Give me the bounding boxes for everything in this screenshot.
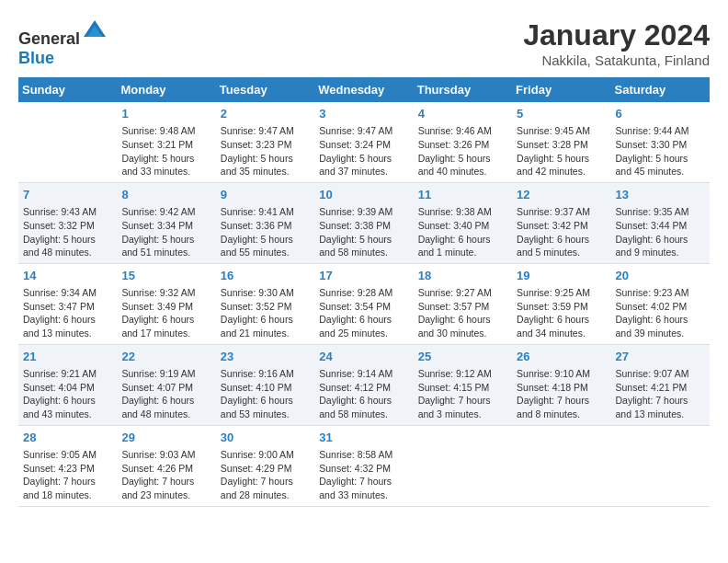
calendar-cell: 20Sunrise: 9:23 AMSunset: 4:02 PMDayligh…: [611, 263, 710, 344]
day-number: 5: [517, 106, 606, 122]
day-number: 11: [418, 187, 507, 203]
day-number: 21: [23, 349, 112, 365]
calendar-cell: 22Sunrise: 9:19 AMSunset: 4:07 PMDayligh…: [117, 344, 215, 425]
calendar-cell: 4Sunrise: 9:46 AMSunset: 3:26 PMDaylight…: [414, 102, 512, 182]
day-info: Sunrise: 9:44 AMSunset: 3:30 PMDaylight:…: [616, 124, 705, 178]
calendar-cell: [18, 102, 117, 182]
day-number: 22: [121, 349, 210, 365]
calendar-cell: 27Sunrise: 9:07 AMSunset: 4:21 PMDayligh…: [611, 344, 710, 425]
day-number: 28: [23, 430, 112, 446]
calendar-cell: 14Sunrise: 9:34 AMSunset: 3:47 PMDayligh…: [18, 263, 117, 344]
day-number: 2: [221, 106, 310, 122]
day-info: Sunrise: 9:30 AMSunset: 3:52 PMDaylight:…: [221, 286, 310, 340]
day-number: 13: [616, 187, 705, 203]
col-header-monday: Monday: [117, 77, 215, 102]
day-number: 24: [319, 349, 408, 365]
calendar-cell: 7Sunrise: 9:43 AMSunset: 3:32 PMDaylight…: [18, 182, 117, 263]
day-info: Sunrise: 9:43 AMSunset: 3:32 PMDaylight:…: [23, 205, 112, 259]
col-header-friday: Friday: [512, 77, 610, 102]
calendar-cell: 11Sunrise: 9:38 AMSunset: 3:40 PMDayligh…: [414, 182, 512, 263]
day-info: Sunrise: 9:37 AMSunset: 3:42 PMDaylight:…: [517, 205, 606, 259]
calendar-cell: 24Sunrise: 9:14 AMSunset: 4:12 PMDayligh…: [314, 344, 413, 425]
day-number: 30: [221, 430, 310, 446]
day-info: Sunrise: 9:34 AMSunset: 3:47 PMDaylight:…: [23, 286, 112, 340]
calendar-cell: 23Sunrise: 9:16 AMSunset: 4:10 PMDayligh…: [216, 344, 314, 425]
calendar-cell: 13Sunrise: 9:35 AMSunset: 3:44 PMDayligh…: [611, 182, 710, 263]
day-number: 20: [616, 268, 705, 284]
week-row-1: 7Sunrise: 9:43 AMSunset: 3:32 PMDaylight…: [18, 182, 710, 263]
subtitle: Nakkila, Satakunta, Finland: [523, 52, 710, 68]
logo-icon: [82, 18, 108, 44]
col-header-wednesday: Wednesday: [314, 77, 413, 102]
day-number: 18: [418, 268, 507, 284]
day-info: Sunrise: 9:47 AMSunset: 3:23 PMDaylight:…: [221, 124, 310, 178]
day-info: Sunrise: 9:19 AMSunset: 4:07 PMDaylight:…: [121, 367, 210, 421]
col-header-saturday: Saturday: [611, 77, 710, 102]
day-info: Sunrise: 9:39 AMSunset: 3:38 PMDaylight:…: [319, 205, 408, 259]
calendar-cell: 15Sunrise: 9:32 AMSunset: 3:49 PMDayligh…: [117, 263, 215, 344]
calendar-cell: 3Sunrise: 9:47 AMSunset: 3:24 PMDaylight…: [314, 102, 413, 182]
week-row-0: 1Sunrise: 9:48 AMSunset: 3:21 PMDaylight…: [18, 102, 710, 182]
day-number: 1: [121, 106, 210, 122]
title-block: January 2024 Nakkila, Satakunta, Finland: [523, 18, 710, 68]
calendar-cell: 17Sunrise: 9:28 AMSunset: 3:54 PMDayligh…: [314, 263, 413, 344]
day-info: Sunrise: 9:03 AMSunset: 4:26 PMDaylight:…: [121, 448, 210, 502]
calendar-cell: 10Sunrise: 9:39 AMSunset: 3:38 PMDayligh…: [314, 182, 413, 263]
calendar-cell: 12Sunrise: 9:37 AMSunset: 3:42 PMDayligh…: [512, 182, 610, 263]
calendar-table: SundayMondayTuesdayWednesdayThursdayFrid…: [18, 77, 710, 507]
calendar-cell: [512, 425, 610, 506]
col-header-thursday: Thursday: [414, 77, 512, 102]
calendar-cell: 26Sunrise: 9:10 AMSunset: 4:18 PMDayligh…: [512, 344, 610, 425]
day-info: Sunrise: 9:48 AMSunset: 3:21 PMDaylight:…: [121, 124, 210, 178]
day-info: Sunrise: 9:12 AMSunset: 4:15 PMDaylight:…: [418, 367, 507, 421]
header-row: SundayMondayTuesdayWednesdayThursdayFrid…: [18, 77, 710, 102]
calendar-cell: 16Sunrise: 9:30 AMSunset: 3:52 PMDayligh…: [216, 263, 314, 344]
day-number: 14: [23, 268, 112, 284]
day-info: Sunrise: 9:10 AMSunset: 4:18 PMDaylight:…: [517, 367, 606, 421]
calendar-cell: 28Sunrise: 9:05 AMSunset: 4:23 PMDayligh…: [18, 425, 117, 506]
calendar-cell: 30Sunrise: 9:00 AMSunset: 4:29 PMDayligh…: [216, 425, 314, 506]
day-info: Sunrise: 8:58 AMSunset: 4:32 PMDaylight:…: [319, 448, 408, 502]
main-title: January 2024: [523, 18, 710, 52]
day-number: 27: [616, 349, 705, 365]
day-info: Sunrise: 9:05 AMSunset: 4:23 PMDaylight:…: [23, 448, 112, 502]
day-number: 26: [517, 349, 606, 365]
day-number: 23: [221, 349, 310, 365]
day-info: Sunrise: 9:45 AMSunset: 3:28 PMDaylight:…: [517, 124, 606, 178]
day-number: 16: [221, 268, 310, 284]
day-info: Sunrise: 9:27 AMSunset: 3:57 PMDaylight:…: [418, 286, 507, 340]
calendar-cell: 1Sunrise: 9:48 AMSunset: 3:21 PMDaylight…: [117, 102, 215, 182]
week-row-2: 14Sunrise: 9:34 AMSunset: 3:47 PMDayligh…: [18, 263, 710, 344]
calendar-cell: 21Sunrise: 9:21 AMSunset: 4:04 PMDayligh…: [18, 344, 117, 425]
calendar-cell: 6Sunrise: 9:44 AMSunset: 3:30 PMDaylight…: [611, 102, 710, 182]
day-number: 19: [517, 268, 606, 284]
day-number: 6: [616, 106, 705, 122]
day-number: 8: [121, 187, 210, 203]
day-info: Sunrise: 9:42 AMSunset: 3:34 PMDaylight:…: [121, 205, 210, 259]
day-number: 31: [319, 430, 408, 446]
logo-text: General Blue: [18, 18, 108, 68]
calendar-cell: 18Sunrise: 9:27 AMSunset: 3:57 PMDayligh…: [414, 263, 512, 344]
day-info: Sunrise: 9:23 AMSunset: 4:02 PMDaylight:…: [616, 286, 705, 340]
day-info: Sunrise: 9:35 AMSunset: 3:44 PMDaylight:…: [616, 205, 705, 259]
day-info: Sunrise: 9:16 AMSunset: 4:10 PMDaylight:…: [221, 367, 310, 421]
calendar-cell: 25Sunrise: 9:12 AMSunset: 4:15 PMDayligh…: [414, 344, 512, 425]
col-header-tuesday: Tuesday: [216, 77, 314, 102]
calendar-cell: 29Sunrise: 9:03 AMSunset: 4:26 PMDayligh…: [117, 425, 215, 506]
day-info: Sunrise: 9:41 AMSunset: 3:36 PMDaylight:…: [221, 205, 310, 259]
day-number: 17: [319, 268, 408, 284]
calendar-cell: 19Sunrise: 9:25 AMSunset: 3:59 PMDayligh…: [512, 263, 610, 344]
day-info: Sunrise: 9:14 AMSunset: 4:12 PMDaylight:…: [319, 367, 408, 421]
day-info: Sunrise: 9:21 AMSunset: 4:04 PMDaylight:…: [23, 367, 112, 421]
day-number: 12: [517, 187, 606, 203]
day-info: Sunrise: 9:32 AMSunset: 3:49 PMDaylight:…: [121, 286, 210, 340]
logo-general: General: [18, 29, 80, 48]
week-row-3: 21Sunrise: 9:21 AMSunset: 4:04 PMDayligh…: [18, 344, 710, 425]
week-row-4: 28Sunrise: 9:05 AMSunset: 4:23 PMDayligh…: [18, 425, 710, 506]
logo: General Blue: [18, 18, 108, 68]
calendar-cell: 5Sunrise: 9:45 AMSunset: 3:28 PMDaylight…: [512, 102, 610, 182]
day-number: 15: [121, 268, 210, 284]
day-info: Sunrise: 9:38 AMSunset: 3:40 PMDaylight:…: [418, 205, 507, 259]
day-info: Sunrise: 9:28 AMSunset: 3:54 PMDaylight:…: [319, 286, 408, 340]
calendar-cell: 8Sunrise: 9:42 AMSunset: 3:34 PMDaylight…: [117, 182, 215, 263]
